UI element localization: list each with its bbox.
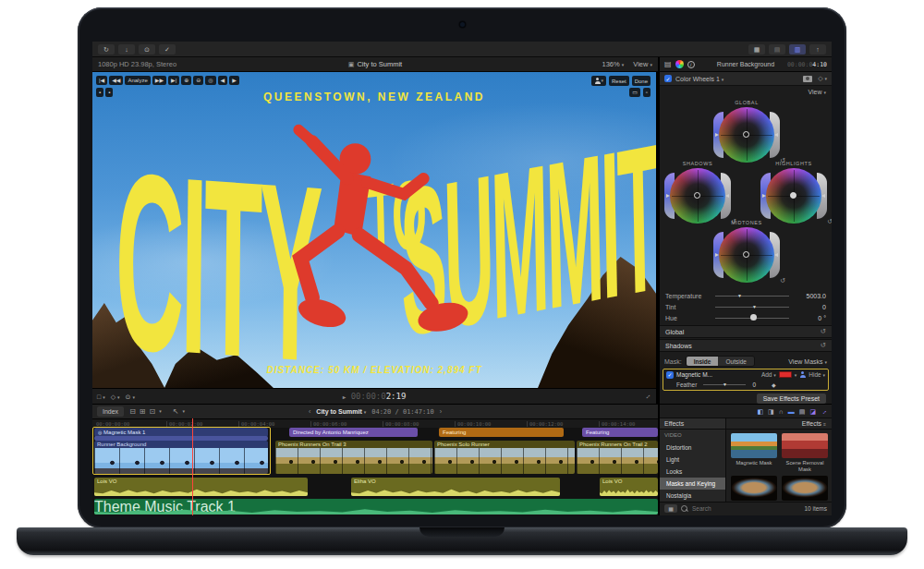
- transitions-browser-icon[interactable]: ↔: [820, 406, 829, 416]
- inspector-toggle[interactable]: ▥: [789, 44, 806, 54]
- category-nostalgia[interactable]: Nostalgia: [660, 490, 725, 502]
- timeline-breadcrumb[interactable]: City to Summit ▾: [316, 408, 366, 415]
- target-icon[interactable]: ◎: [205, 76, 215, 85]
- subject-icon[interactable]: [799, 371, 806, 378]
- trim-tool-icon[interactable]: ◧: [757, 408, 763, 415]
- prev-icon[interactable]: ◀: [218, 76, 228, 85]
- color-wheel[interactable]: [670, 168, 725, 224]
- play-icon[interactable]: ▶: [343, 393, 346, 400]
- color-wheel[interactable]: [719, 227, 774, 283]
- keyframe-menu[interactable]: ◇ ▾: [818, 75, 827, 82]
- done-button[interactable]: Done: [632, 76, 650, 86]
- wheels-view-menu[interactable]: View ▾: [808, 89, 826, 95]
- background-tasks-icon[interactable]: ✓: [159, 44, 176, 54]
- skimming-icon[interactable]: ▬: [788, 408, 795, 415]
- clip-appearance-icon[interactable]: ▤: [799, 408, 806, 415]
- blade-tool-icon[interactable]: ◨: [768, 408, 774, 415]
- effects-count: 10 items: [804, 505, 827, 512]
- zoom-in-icon[interactable]: ⊕: [181, 76, 191, 85]
- timeline-nav: ‹ City to Summit ▾ 04:20 / 01:47:10 ›: [92, 408, 658, 416]
- next-project-icon[interactable]: ›: [440, 408, 442, 415]
- zoom-out-icon[interactable]: ⊖: [193, 76, 203, 85]
- grid-view-icon[interactable]: ▦: [664, 504, 677, 513]
- mask-hide-menu[interactable]: Hide ▾: [808, 371, 825, 378]
- download-icon[interactable]: ↓: [118, 44, 135, 54]
- marquee-icon[interactable]: ▭: [629, 88, 640, 97]
- audio-clip[interactable]: Lois VO: [600, 478, 658, 496]
- effect-row: ✓ Color Wheels 1 ▾ ◇ ▾: [660, 72, 832, 86]
- music-clip[interactable]: Theme Music Track 1: [94, 499, 658, 515]
- rewind-icon[interactable]: ◀◀: [109, 76, 123, 85]
- reset-icon[interactable]: ↺: [821, 342, 826, 349]
- browser-layout-toggle[interactable]: ▦: [748, 44, 765, 54]
- keyword-icon[interactable]: ⊙: [139, 44, 155, 54]
- subject-picker-button[interactable]: ▾: [591, 76, 606, 86]
- playhead[interactable]: [192, 418, 193, 515]
- effects-browser-icon[interactable]: ◪: [809, 408, 816, 415]
- video-clip[interactable]: Phoenix Solo Runner: [434, 441, 575, 474]
- category-distortion[interactable]: Distortion: [660, 442, 725, 454]
- add-brush-icon[interactable]: ▪: [96, 88, 103, 97]
- reset-icon[interactable]: ↺: [780, 277, 785, 284]
- viewer-zoom-menu[interactable]: 136% ▾: [602, 60, 624, 68]
- overlay-toggle-icon[interactable]: ▫: [643, 88, 650, 97]
- keyframe-icon[interactable]: ◆: [772, 382, 776, 388]
- effect-enable-checkbox[interactable]: ✓: [664, 75, 672, 82]
- effect-thumbnail[interactable]: [731, 476, 777, 501]
- view-masks-menu[interactable]: View Masks ▾: [788, 358, 827, 365]
- audio-clip[interactable]: Eliha VO: [351, 478, 560, 496]
- skip-end-icon[interactable]: ▶|: [168, 76, 179, 85]
- temperature-slider[interactable]: ▼: [715, 296, 789, 297]
- sort-icon[interactable]: ≡: [823, 421, 826, 427]
- analyze-button[interactable]: Analyze: [125, 76, 150, 85]
- audio-monitor-icon[interactable]: ∩: [779, 408, 784, 415]
- video-clip[interactable]: Phoenix Runners On Trail 3: [275, 441, 432, 474]
- mask-enable-checkbox[interactable]: ✓: [666, 371, 674, 379]
- media-import-icon[interactable]: ↻: [98, 44, 115, 54]
- effect-thumbnail-magnetic-mask[interactable]: [731, 433, 777, 458]
- effects-search-input[interactable]: [692, 505, 757, 512]
- audio-clip[interactable]: Lois VO: [94, 478, 308, 496]
- reset-icon[interactable]: ↺: [827, 218, 832, 224]
- mask-outside-button[interactable]: Outside: [718, 357, 753, 366]
- laptop-base: [17, 527, 907, 555]
- section-global[interactable]: Global ↺: [660, 325, 832, 338]
- effect-thumbnail-scene-removal[interactable]: [782, 433, 828, 458]
- subtract-brush-icon[interactable]: ▪: [105, 88, 113, 97]
- next-icon[interactable]: ▶: [229, 76, 239, 85]
- fast-forward-icon[interactable]: ▶▶: [152, 76, 166, 85]
- category-masks-and-keying[interactable]: Masks and Keying: [660, 478, 725, 490]
- hue-dial[interactable]: [715, 318, 789, 319]
- reset-button[interactable]: Reset: [609, 76, 629, 86]
- mask-color-swatch[interactable]: [779, 371, 792, 378]
- reset-icon[interactable]: ↺: [821, 328, 826, 335]
- timeline-layout-toggle[interactable]: ▤: [769, 44, 785, 54]
- effect-thumbnail[interactable]: [782, 476, 828, 501]
- effects-sidebar-header: Effects: [660, 418, 726, 429]
- color-wheel[interactable]: [719, 107, 774, 163]
- category-light[interactable]: Light: [660, 454, 725, 466]
- viewer-view-menu[interactable]: View ▾: [633, 60, 652, 68]
- video-clip[interactable]: Phoenix Runners On Trail 2: [577, 441, 658, 474]
- feather-slider[interactable]: ▼: [703, 384, 746, 385]
- category-video[interactable]: VIDEO: [660, 430, 725, 442]
- compare-icon[interactable]: [803, 76, 812, 82]
- chevron-down-icon: ▾: [601, 79, 603, 83]
- share-icon[interactable]: ↑: [809, 44, 826, 54]
- effect-name-menu[interactable]: Color Wheels 1 ▾: [675, 76, 723, 82]
- title-clip[interactable]: Featuring: [439, 428, 564, 437]
- mask-inside-button[interactable]: Inside: [687, 357, 719, 366]
- tint-slider[interactable]: ▼: [715, 307, 789, 308]
- color-wheel[interactable]: [766, 168, 821, 224]
- timeline-ruler[interactable]: 00:00:00:00 00:00:02:00 00:00:04:00 00:0…: [92, 418, 658, 428]
- chevron-down-icon: ▾: [823, 90, 826, 95]
- title-clip[interactable]: Featuring: [582, 428, 658, 437]
- prev-project-icon[interactable]: ‹: [309, 408, 310, 415]
- skip-start-icon[interactable]: |◀: [96, 76, 107, 85]
- mask-add-stepper[interactable]: Add ▾: [761, 371, 776, 378]
- tint-row: Tint ▼ 0: [660, 301, 832, 312]
- video-clip[interactable]: Runner Background: [94, 441, 268, 474]
- category-looks[interactable]: Looks: [660, 466, 725, 478]
- title-clip[interactable]: Directed by Antonio Manriquez: [289, 428, 418, 437]
- section-shadows[interactable]: Shadows ↺: [660, 339, 832, 352]
